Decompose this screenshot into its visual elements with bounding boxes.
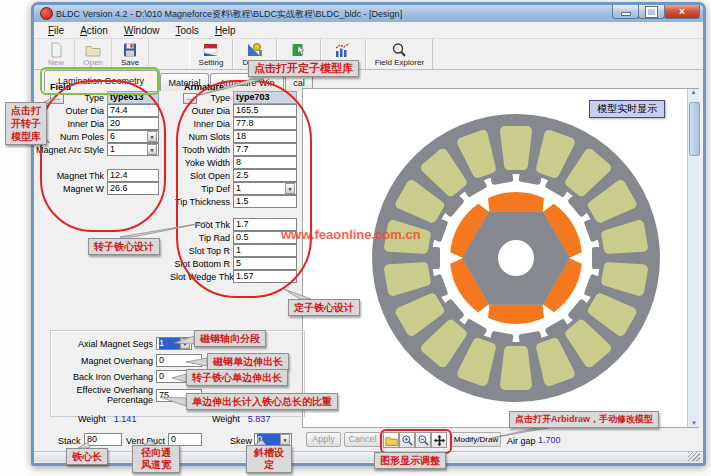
modify-draw-button[interactable]: Modify/Draw bbox=[451, 432, 501, 447]
overhang-row-effective-pct: Effective Overhang Percentage 75 bbox=[50, 384, 205, 406]
annotation-skew: 斜槽设定 bbox=[246, 445, 292, 473]
tab-partial-label: cal bbox=[293, 78, 305, 88]
toolbar: New Open Save Setting Design Run Results bbox=[34, 39, 703, 70]
armature-weight-value: 5.837 bbox=[248, 414, 271, 424]
menu-tools[interactable]: Tools bbox=[168, 24, 207, 37]
cancel-button[interactable]: Cancel bbox=[344, 432, 381, 447]
field-explorer-button[interactable]: Field Explorer bbox=[366, 39, 433, 69]
back-iron-overhang-label: Back Iron Overhang bbox=[50, 371, 153, 383]
setting-icon bbox=[202, 42, 220, 58]
stack-input[interactable]: 80 bbox=[84, 433, 122, 446]
open-button[interactable]: Open bbox=[75, 39, 112, 69]
annotation-graphics-adjust: 图形显示调整 bbox=[374, 452, 446, 469]
magnet-overhang-input[interactable]: 0 bbox=[156, 354, 202, 367]
scrollbar-thumb[interactable] bbox=[689, 102, 700, 156]
armature-weight-label: Weight bbox=[212, 414, 240, 424]
overhang-row-back-iron: Back Iron Overhang 0 bbox=[50, 370, 205, 383]
menu-bar: File Action Window Tools Help bbox=[34, 22, 703, 39]
tab-highlight-annotation bbox=[40, 67, 160, 95]
axial-magnet-segs-label: Axial Magnet Segs bbox=[50, 338, 153, 350]
app-icon bbox=[40, 7, 53, 20]
open-folder-icon bbox=[85, 42, 101, 58]
scroll-down-icon[interactable]: ▼ bbox=[691, 420, 697, 426]
apply-button[interactable]: Apply bbox=[306, 432, 341, 447]
window-title: BLDC Version 4.2 - D:\010 Magneforce资料\教… bbox=[56, 8, 402, 21]
axial-magnet-segs-dropdown[interactable]: 1▼ bbox=[156, 337, 192, 350]
save-icon bbox=[122, 42, 138, 58]
design-icon bbox=[246, 42, 264, 58]
annotation-overhang-percentage: 单边伸出长计入铁心总长的比重 bbox=[186, 393, 338, 410]
armature-group-red-circle-annotation bbox=[176, 80, 312, 298]
new-file-icon bbox=[48, 42, 64, 58]
resize-grip[interactable] bbox=[688, 452, 700, 461]
effective-overhang-pct-label: Effective Overhang Percentage bbox=[50, 385, 153, 405]
toolbar-spacer bbox=[149, 39, 189, 69]
annotation-stator-library: 点击打开定子模型库 bbox=[248, 60, 359, 77]
stack-label: Stack bbox=[58, 435, 81, 447]
chevron-down-icon[interactable]: ▼ bbox=[280, 434, 290, 445]
overhang-row-magnet-overhang: Magnet Overhang 0 bbox=[50, 354, 205, 367]
annotation-magnet-overhang: 磁钢单边伸出长 bbox=[207, 353, 289, 370]
field-explorer-label: Field Explorer bbox=[375, 58, 424, 67]
menu-action[interactable]: Action bbox=[72, 24, 116, 37]
menu-help[interactable]: Help bbox=[207, 24, 244, 37]
setting-label: Setting bbox=[199, 58, 224, 67]
chevron-down-icon[interactable]: ▼ bbox=[180, 338, 190, 349]
menu-file[interactable]: File bbox=[40, 24, 72, 37]
field-weight: Weight 1.141 bbox=[78, 414, 136, 424]
field-group-red-circle-annotation bbox=[40, 80, 166, 232]
overhang-row-axial-segs: Axial Magnet Segs 1▼ bbox=[50, 337, 195, 350]
annotation-arbidraw: 点击打开Arbidraw，手动修改模型 bbox=[509, 411, 659, 428]
field-weight-label: Weight bbox=[78, 414, 106, 424]
new-button[interactable]: New bbox=[38, 39, 75, 69]
air-gap-value: 1.700 bbox=[538, 435, 561, 445]
menu-window[interactable]: Window bbox=[116, 24, 168, 37]
motor-cross-section bbox=[346, 98, 686, 418]
setting-button[interactable]: Setting bbox=[189, 39, 233, 69]
annotation-vent-duct: 径向通风道宽 bbox=[132, 445, 180, 473]
shaft-hole bbox=[498, 240, 534, 276]
screenshot-root: BLDC Version 4.2 - D:\010 Magneforce资料\教… bbox=[0, 0, 711, 476]
annotation-rotor-library: 点击打开转子模型库 bbox=[5, 102, 47, 145]
watermark: www.feaonline.com.cn bbox=[281, 227, 421, 242]
magnet-overhang-label: Magnet Overhang bbox=[50, 355, 153, 367]
annotation-stack: 铁心长 bbox=[66, 448, 108, 465]
minimize-icon bbox=[621, 12, 631, 16]
close-button[interactable]: × bbox=[664, 5, 700, 19]
new-label: New bbox=[48, 58, 64, 67]
close-icon: × bbox=[679, 7, 685, 17]
minimize-button[interactable] bbox=[612, 5, 639, 19]
maximize-icon bbox=[646, 7, 657, 17]
magnifier-icon bbox=[391, 42, 407, 58]
open-label: Open bbox=[83, 58, 103, 67]
field-weight-value: 1.141 bbox=[114, 414, 137, 424]
armature-weight: Weight 5.837 bbox=[212, 414, 270, 424]
annotation-backiron-overhang: 转子铁心单边伸出长 bbox=[186, 369, 288, 386]
annotation-rotor-core-design: 转子铁心设计 bbox=[88, 238, 160, 255]
maximize-button[interactable] bbox=[638, 5, 665, 19]
vertical-scrollbar[interactable]: ▲▼ bbox=[687, 89, 699, 427]
air-gap-label: Air gap bbox=[507, 435, 536, 447]
save-button[interactable]: Save bbox=[112, 39, 149, 69]
graphics-icons-red-box-annotation bbox=[380, 429, 452, 454]
live-model-label: 模型实时显示 bbox=[589, 100, 665, 118]
run-icon bbox=[291, 42, 307, 58]
annotation-axial-segments: 磁钢轴向分段 bbox=[194, 330, 266, 347]
scroll-up-icon[interactable]: ▲ bbox=[691, 89, 697, 95]
results-chart-icon bbox=[334, 42, 352, 58]
save-label: Save bbox=[121, 58, 139, 67]
annotation-stator-core-design: 定子铁心设计 bbox=[288, 299, 360, 316]
